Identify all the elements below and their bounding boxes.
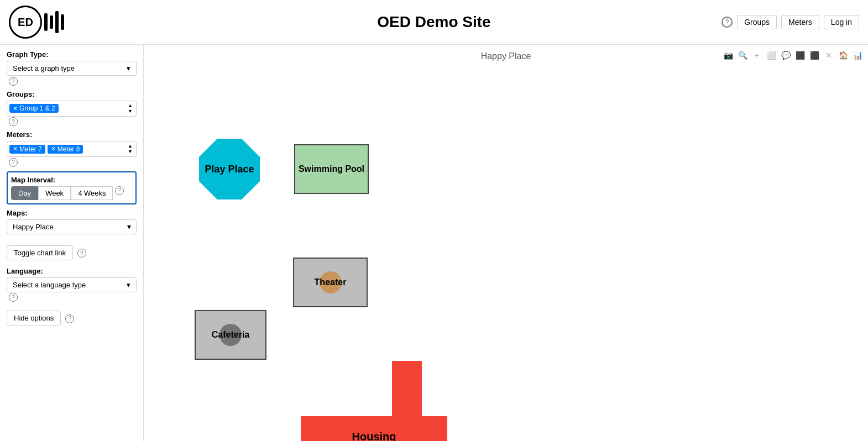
page-title: OED Demo Site	[377, 13, 490, 31]
map-interval-label: Map Interval:	[11, 176, 132, 184]
groups-help-icon[interactable]: ?	[9, 117, 18, 126]
group-tag[interactable]: ✕ Group 1 & 2	[9, 104, 59, 113]
maps-label: Maps:	[7, 209, 137, 217]
maps-select-wrapper: Happy Place	[7, 219, 137, 234]
groups-label: Groups:	[7, 90, 137, 98]
maps-section: Maps: Happy Place ?	[7, 209, 137, 234]
logo-bars-icon	[44, 10, 64, 34]
theater-label: Theater	[315, 277, 347, 287]
hide-options-help-icon[interactable]: ?	[65, 314, 74, 323]
housing-vertical	[392, 361, 422, 416]
interval-week-button[interactable]: Week	[38, 186, 71, 200]
plus-icon[interactable]: +	[751, 49, 763, 61]
sidebar: Graph Type: Select a graph type ? Groups…	[0, 45, 144, 441]
home-icon[interactable]: 🏠	[837, 49, 849, 61]
map-interval-section: Map Interval: Day Week 4 Weeks ?	[7, 171, 137, 204]
meter8-remove[interactable]: ✕	[51, 145, 56, 153]
map-title: Happy Place	[481, 51, 531, 61]
graph-type-dropdown[interactable]: Select a graph type	[7, 61, 137, 76]
graph-type-label: Graph Type:	[7, 50, 137, 59]
hide-options-button[interactable]: Hide options	[7, 311, 61, 326]
housing-horizontal: Housing	[301, 416, 447, 441]
meters-label: Meters:	[7, 130, 137, 139]
housing-shape[interactable]: Housing	[268, 361, 456, 441]
language-help-icon[interactable]: ?	[9, 293, 18, 302]
toggle-chart-link-button[interactable]: Toggle chart link	[7, 245, 73, 260]
groups-tag-input[interactable]: ✕ Group 1 & 2 ▲ ▼	[7, 101, 137, 117]
select-icon[interactable]: ⬜	[765, 49, 777, 61]
cafeteria-shape[interactable]: Cafeteria	[195, 310, 266, 360]
groups-button[interactable]: Groups	[737, 15, 777, 29]
camera-icon[interactable]: 📷	[722, 49, 734, 61]
meter7-label: Meter 7	[19, 145, 42, 153]
group-tag-label: Group 1 & 2	[19, 104, 55, 112]
meters-section: Meters: ✕ Meter 7 ✕ Meter 8 ▲ ▼ ?	[7, 130, 137, 167]
graph-type-section: Graph Type: Select a graph type ?	[7, 50, 137, 86]
svg-rect-3	[61, 14, 64, 30]
main-layout: Graph Type: Select a graph type ? Groups…	[0, 45, 868, 441]
map-toolbar: 📷 🔍 + ⬜ 💬 ⬛ ⬛ ✕ 🏠 📊	[722, 49, 864, 61]
header-help-icon[interactable]: ?	[721, 17, 733, 28]
theater-shape[interactable]: Theater	[293, 258, 368, 307]
comment-icon[interactable]: 💬	[780, 49, 792, 61]
groups-section: Groups: ✕ Group 1 & 2 ▲ ▼ ?	[7, 90, 137, 127]
group-tag-remove[interactable]: ✕	[13, 105, 18, 112]
interval-day-button[interactable]: Day	[11, 186, 38, 200]
map-area: 📷 🔍 + ⬜ 💬 ⬛ ⬛ ✕ 🏠 📊 Happy Place Play Pla…	[144, 45, 868, 441]
header-actions: ? Groups Meters Log in	[721, 15, 859, 29]
logo: ED	[9, 6, 64, 39]
graph-type-help-icon[interactable]: ?	[9, 77, 18, 86]
meters-tag-input[interactable]: ✕ Meter 7 ✕ Meter 8 ▲ ▼	[7, 141, 137, 157]
interval-help-icon[interactable]: ?	[115, 186, 124, 195]
meters-arrows[interactable]: ▲ ▼	[127, 143, 134, 155]
play-place-shape[interactable]: Play Place	[199, 139, 260, 200]
play-place-label: Play Place	[205, 164, 254, 175]
box1-icon[interactable]: ⬛	[794, 49, 806, 61]
language-dropdown[interactable]: Select a language type	[7, 277, 137, 292]
meters-help-icon[interactable]: ?	[9, 158, 18, 167]
hide-options-section: Hide options ?	[7, 311, 137, 326]
login-button[interactable]: Log in	[824, 15, 859, 29]
meter8-label: Meter 8	[57, 145, 80, 153]
map-interval-box: Map Interval: Day Week 4 Weeks ?	[7, 171, 137, 204]
close-icon[interactable]: ✕	[823, 49, 835, 61]
logo-circle: ED	[9, 6, 42, 39]
chart-icon[interactable]: 📊	[851, 49, 864, 61]
svg-rect-2	[55, 11, 59, 33]
zoom-icon[interactable]: 🔍	[736, 49, 749, 61]
meters-button[interactable]: Meters	[781, 15, 819, 29]
swimming-pool-shape[interactable]: Swimming Pool	[294, 144, 369, 194]
language-label: Language:	[7, 267, 137, 275]
swimming-pool-label: Swimming Pool	[299, 164, 364, 174]
interval-4weeks-button[interactable]: 4 Weeks	[71, 186, 113, 200]
svg-rect-1	[50, 15, 53, 29]
logo-text: ED	[18, 16, 33, 29]
maps-select[interactable]: Happy Place	[7, 219, 137, 234]
box2-icon[interactable]: ⬛	[808, 49, 820, 61]
language-section: Language: Select a language type ?	[7, 267, 137, 302]
meter7-remove[interactable]: ✕	[13, 145, 18, 153]
meter7-tag[interactable]: ✕ Meter 7	[9, 145, 45, 154]
groups-arrows[interactable]: ▲ ▼	[127, 102, 134, 115]
housing-label: Housing	[352, 431, 396, 441]
header: ED OED Demo Site ? Groups Meters Log in	[0, 0, 868, 45]
cafeteria-label: Cafeteria	[212, 330, 249, 340]
toggle-chart-help-icon[interactable]: ?	[77, 249, 86, 258]
svg-rect-0	[44, 13, 48, 31]
meter8-tag[interactable]: ✕ Meter 8	[48, 145, 83, 154]
toggle-chart-section: Toggle chart link ?	[7, 245, 137, 260]
map-interval-buttons: Day Week 4 Weeks ?	[11, 186, 132, 200]
